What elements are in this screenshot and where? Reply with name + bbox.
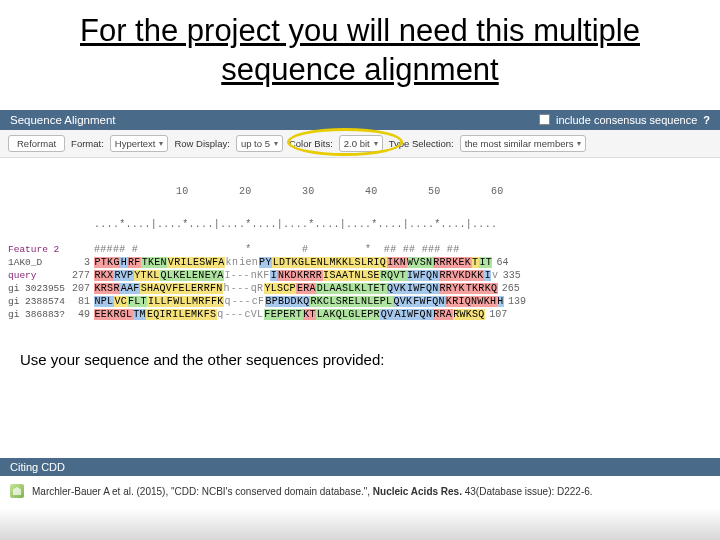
citing-header: Citing CDD: [0, 458, 720, 476]
seq-label: query: [8, 269, 70, 282]
citation-row: Marchler-Bauer A et al. (2015), "CDD: NC…: [0, 478, 720, 504]
row-display-value: up to 5: [241, 138, 270, 149]
alignment-ruler: 10 20 30 40 50 60 ....*....|....*....|..…: [0, 158, 720, 241]
ruler-numbers: 10 20 30 40 50 60: [94, 186, 712, 197]
seq-end: 107: [485, 308, 509, 321]
citation-text: Marchler-Bauer A et al. (2015), "CDD: NC…: [32, 486, 593, 497]
consensus-checkbox[interactable]: [539, 114, 550, 125]
type-selection-select[interactable]: the most similar members ▾: [460, 135, 587, 152]
ruler-ticks: ....*....|....*....|....*....|....*....|…: [94, 219, 712, 230]
alignment-row: 1AK0_D3PTKGHRFTKENVRILESWFAknienPYLDTKGL…: [8, 256, 712, 269]
feature-seq: ##### # * # * ## ## ### ##: [94, 243, 466, 256]
seq-label: gi 3023955: [8, 282, 70, 295]
publication-icon: [10, 484, 24, 498]
row-display-label: Row Display:: [174, 138, 229, 149]
citation-prefix: Marchler-Bauer A et al. (2015), "CDD: NC…: [32, 486, 373, 497]
row-display-select[interactable]: up to 5 ▾: [236, 135, 283, 152]
seq-residues: KRSRAAFSHAQVFELERRFNh---qRYLSCPERADLAASL…: [94, 282, 498, 295]
seq-start: 277: [70, 269, 94, 282]
seq-label: gi 2388574: [8, 295, 70, 308]
seq-start: 81: [70, 295, 94, 308]
seq-start: 49: [70, 308, 94, 321]
citation-journal: Nucleic Acids Res.: [373, 486, 462, 497]
chevron-down-icon: ▾: [274, 139, 278, 148]
alignment-row: gi 3023955207KRSRAAFSHAQVFELERRFNh---qRY…: [8, 282, 712, 295]
seq-residues: NPLVCFLTILLFWLLMRFFKq---cFBPBDDKQRKCLSRE…: [94, 295, 504, 308]
color-bits-label: Color Bits:: [289, 138, 333, 149]
seq-start: 207: [70, 282, 94, 295]
format-value: Hypertext: [115, 138, 156, 149]
seq-residues: EEKRGLTMEQIRILEMKFSq---cVLFEPERTKTLAKQLG…: [94, 308, 485, 321]
type-selection-label: Type Selection:: [389, 138, 454, 149]
citation-suffix: 43(Database issue): D222-6.: [462, 486, 593, 497]
feature-row: Feature 2 ##### # * # * ## ## ### ##: [8, 243, 712, 256]
alignment-row: gi 238857481NPLVCFLTILLFWLLMRFFKq---cFBP…: [8, 295, 712, 308]
format-label: Format:: [71, 138, 104, 149]
alignment-panel-header: Sequence Alignment include consensus seq…: [0, 110, 720, 130]
reformat-button[interactable]: Reformat: [8, 135, 65, 152]
format-select[interactable]: Hypertext ▾: [110, 135, 169, 152]
color-bits-value: 2.0 bit: [344, 138, 370, 149]
chevron-down-icon: ▾: [374, 139, 378, 148]
instruction-text: Use your sequence and the other sequence…: [20, 351, 700, 368]
slide-title: For the project you will need this multi…: [40, 12, 680, 90]
panel-title: Sequence Alignment: [10, 114, 116, 126]
alignment-row: gi 386883?49EEKRGLTMEQIRILEMKFSq---cVLFE…: [8, 308, 712, 321]
seq-residues: PTKGHRFTKENVRILESWFAknienPYLDTKGLENLMKKL…: [94, 256, 492, 269]
chevron-down-icon: ▾: [577, 139, 581, 148]
seq-label: gi 386883?: [8, 308, 70, 321]
seq-start: 3: [70, 256, 94, 269]
seq-end: 64: [492, 256, 516, 269]
alignment-toolbar: Reformat Format: Hypertext ▾ Row Display…: [0, 130, 720, 158]
seq-label: 1AK0_D: [8, 256, 70, 269]
seq-end: 265: [498, 282, 522, 295]
seq-end: 139: [504, 295, 528, 308]
footer-gradient: [0, 508, 720, 540]
alignment-area: Feature 2 ##### # * # * ## ## ### ## 1AK…: [0, 241, 720, 329]
chevron-down-icon: ▾: [159, 139, 163, 148]
consensus-label: include consensus sequence: [556, 114, 697, 126]
seq-residues: RKXRVPYTKLQLKELENEYAI---nKFINKDKRRRISAAT…: [94, 269, 499, 282]
type-selection-value: the most similar members: [465, 138, 574, 149]
alignment-row: query277RKXRVPYTKLQLKELENEYAI---nKFINKDK…: [8, 269, 712, 282]
help-icon[interactable]: ?: [703, 114, 710, 126]
feature-label: Feature 2: [8, 243, 70, 256]
color-bits-select[interactable]: 2.0 bit ▾: [339, 135, 383, 152]
seq-end: 335: [499, 269, 523, 282]
